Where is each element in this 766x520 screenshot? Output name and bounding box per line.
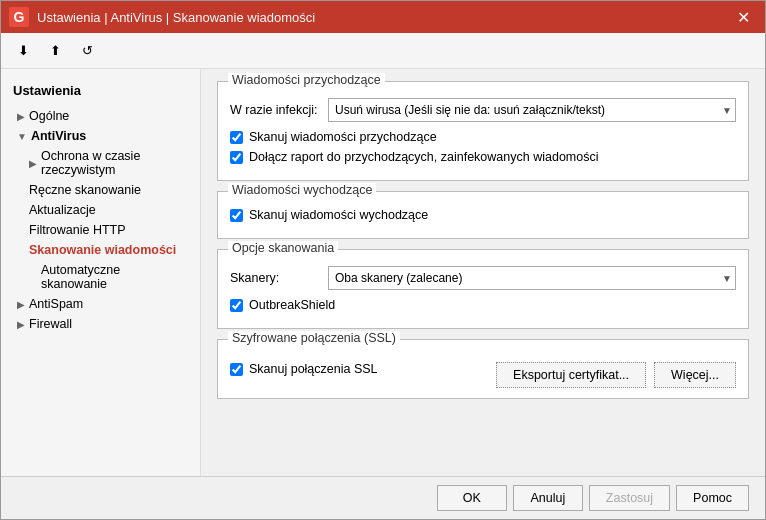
ssl-buttons: Eksportuj certyfikat... Więcej... [496, 362, 736, 388]
sidebar-item-label: Ręczne skanowanie [29, 183, 141, 197]
sidebar-item-label: AntiSpam [29, 297, 83, 311]
ssl-checkbox[interactable] [230, 363, 243, 376]
toolbar-download-button[interactable]: ⬇ [9, 37, 37, 65]
scanner-select[interactable]: Oba skanery (zalecane) [328, 266, 736, 290]
infection-select-wrapper: Usuń wirusa (Jeśli się nie da: usuń załą… [328, 98, 736, 122]
sidebar-item-skanowanie[interactable]: Skanowanie wiadomości [1, 240, 200, 260]
download-icon: ⬇ [18, 43, 29, 58]
content-area: Ustawienia ▶ Ogólne ▼ AntiVirus ▶ Ochron… [1, 69, 765, 476]
main-panel: Wiadomości przychodzące W razie infekcji… [201, 69, 765, 476]
sidebar-section-title: Ustawienia [1, 79, 200, 106]
toolbar-upload-button[interactable]: ⬆ [41, 37, 69, 65]
chevron-right-icon: ▶ [17, 319, 25, 330]
scan-outgoing-checkbox[interactable] [230, 209, 243, 222]
toolbar: ⬇ ⬆ ↺ [1, 33, 765, 69]
bottom-bar: OK Anuluj Zastosuj Pomoc [1, 476, 765, 519]
sidebar-item-label: Aktualizacje [29, 203, 96, 217]
scanner-select-wrapper: Oba skanery (zalecane) ▼ [328, 266, 736, 290]
scanner-label: Skanery: [230, 271, 320, 285]
title-bar: G Ustawienia | AntiVirus | Skanowanie wi… [1, 1, 765, 33]
attach-report-row: Dołącz raport do przychodzących, zainfek… [230, 150, 736, 164]
sidebar-item-label: Skanowanie wiadomości [29, 243, 176, 257]
refresh-icon: ↺ [82, 43, 93, 58]
sidebar-item-ochrona[interactable]: ▶ Ochrona w czasie rzeczywistym [1, 146, 200, 180]
more-button[interactable]: Więcej... [654, 362, 736, 388]
close-button[interactable]: ✕ [729, 3, 757, 31]
attach-report-checkbox[interactable] [230, 151, 243, 164]
ssl-label: Skanuj połączenia SSL [249, 362, 378, 376]
sidebar-item-automatyczne[interactable]: Automatyczne skanowanie [1, 260, 200, 294]
scan-outgoing-row: Skanuj wiadomości wychodzące [230, 208, 736, 222]
ssl-section-content: Skanuj połączenia SSL Eksportuj certyfik… [230, 350, 736, 388]
sidebar-item-label: AntiVirus [31, 129, 86, 143]
help-button[interactable]: Pomoc [676, 485, 749, 511]
scan-outgoing-label: Skanuj wiadomości wychodzące [249, 208, 428, 222]
ssl-section-label: Szyfrowane połączenia (SSL) [228, 331, 400, 345]
chevron-right-icon: ▶ [17, 299, 25, 310]
sidebar: Ustawienia ▶ Ogólne ▼ AntiVirus ▶ Ochron… [1, 69, 201, 476]
sidebar-item-label: Automatyczne skanowanie [41, 263, 188, 291]
sidebar-item-aktualizacje[interactable]: Aktualizacje [1, 200, 200, 220]
export-cert-button[interactable]: Eksportuj certyfikat... [496, 362, 646, 388]
app-icon: G [9, 7, 29, 27]
sidebar-item-filtrowanie[interactable]: Filtrowanie HTTP [1, 220, 200, 240]
window-title: Ustawienia | AntiVirus | Skanowanie wiad… [37, 10, 729, 25]
infection-select[interactable]: Usuń wirusa (Jeśli się nie da: usuń załą… [328, 98, 736, 122]
scan-options-content: Skanery: Oba skanery (zalecane) ▼ Outbre… [230, 260, 736, 312]
sidebar-item-ogolne[interactable]: ▶ Ogólne [1, 106, 200, 126]
outgoing-section: Wiadomości wychodzące Skanuj wiadomości … [217, 191, 749, 239]
sidebar-item-antivirus[interactable]: ▼ AntiVirus [1, 126, 200, 146]
toolbar-refresh-button[interactable]: ↺ [73, 37, 101, 65]
sidebar-item-label: Ogólne [29, 109, 69, 123]
outbreak-label: OutbreakShield [249, 298, 335, 312]
scan-options-section: Opcje skanowania Skanery: Oba skanery (z… [217, 249, 749, 329]
scan-incoming-label: Skanuj wiadomości przychodzące [249, 130, 437, 144]
upload-icon: ⬆ [50, 43, 61, 58]
incoming-section-content: W razie infekcji: Usuń wirusa (Jeśli się… [230, 92, 736, 164]
ssl-checkbox-row: Skanuj połączenia SSL [230, 362, 378, 376]
sidebar-item-label: Firewall [29, 317, 72, 331]
ssl-section: Szyfrowane połączenia (SSL) Skanuj połąc… [217, 339, 749, 399]
cancel-button[interactable]: Anuluj [513, 485, 583, 511]
apply-button[interactable]: Zastosuj [589, 485, 670, 511]
main-window: G Ustawienia | AntiVirus | Skanowanie wi… [0, 0, 766, 520]
incoming-section-label: Wiadomości przychodzące [228, 73, 385, 87]
outbreak-row: OutbreakShield [230, 298, 736, 312]
chevron-right-icon: ▶ [29, 158, 37, 169]
chevron-right-icon: ▶ [17, 111, 25, 122]
outgoing-section-content: Skanuj wiadomości wychodzące [230, 202, 736, 222]
scan-incoming-checkbox[interactable] [230, 131, 243, 144]
attach-report-label: Dołącz raport do przychodzących, zainfek… [249, 150, 598, 164]
sidebar-item-antispam[interactable]: ▶ AntiSpam [1, 294, 200, 314]
chevron-down-icon: ▼ [17, 131, 27, 142]
sidebar-item-reczne[interactable]: Ręczne skanowanie [1, 180, 200, 200]
sidebar-item-label: Ochrona w czasie rzeczywistym [41, 149, 188, 177]
infection-row: W razie infekcji: Usuń wirusa (Jeśli się… [230, 98, 736, 122]
sidebar-item-firewall[interactable]: ▶ Firewall [1, 314, 200, 334]
scan-incoming-row: Skanuj wiadomości przychodzące [230, 130, 736, 144]
ok-button[interactable]: OK [437, 485, 507, 511]
infection-label-text: W razie infekcji: [230, 103, 318, 117]
infection-label: W razie infekcji: [230, 103, 320, 117]
scan-options-label: Opcje skanowania [228, 241, 338, 255]
scanner-row: Skanery: Oba skanery (zalecane) ▼ [230, 266, 736, 290]
incoming-section: Wiadomości przychodzące W razie infekcji… [217, 81, 749, 181]
outbreak-checkbox[interactable] [230, 299, 243, 312]
sidebar-item-label: Filtrowanie HTTP [29, 223, 126, 237]
outgoing-section-label: Wiadomości wychodzące [228, 183, 376, 197]
